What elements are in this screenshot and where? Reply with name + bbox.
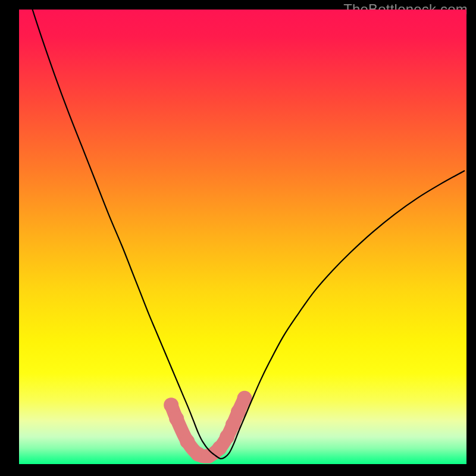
- chart-svg: [19, 10, 466, 464]
- bottleneck-band-dot: [180, 434, 195, 449]
- bottleneck-band-dot: [164, 397, 178, 412]
- bottleneck-band-dot: [226, 417, 240, 432]
- bottleneck-band-dot: [169, 411, 184, 426]
- bottleneck-band-dot: [231, 405, 246, 419]
- chart-plot: [19, 10, 466, 464]
- frame: { "watermark": "TheBottleneck.com", "cha…: [0, 0, 476, 476]
